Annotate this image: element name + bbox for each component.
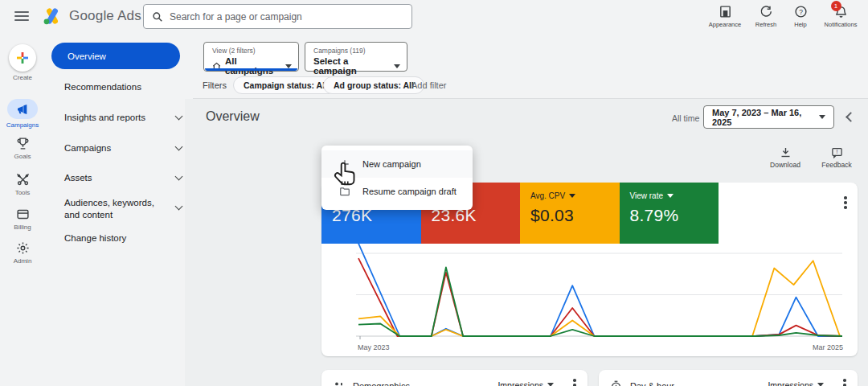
- home-icon: [212, 62, 221, 71]
- gear-icon: [16, 241, 30, 255]
- download-icon: [780, 146, 792, 158]
- rail-goals-button[interactable]: Goals: [0, 137, 45, 160]
- metric-caret-icon[interactable]: [667, 194, 674, 198]
- sidebar-item-overview[interactable]: Overview: [51, 43, 180, 69]
- plus-icon: [9, 44, 36, 72]
- sidebar-item-recommendations[interactable]: Recommendations: [64, 81, 182, 93]
- dropdown-caret-icon: [547, 383, 554, 386]
- day-hour-metric-selector[interactable]: Impressions: [768, 380, 824, 386]
- bell-icon: 1: [834, 5, 848, 18]
- trophy-icon: [16, 137, 30, 150]
- chevron-down-icon: [175, 203, 183, 211]
- metric-card-view-rate[interactable]: View rate 8.79%: [620, 183, 719, 244]
- feedback-icon: !: [831, 146, 843, 158]
- page-title: Overview: [206, 109, 260, 124]
- chart-menu-kebab-icon[interactable]: [844, 196, 847, 211]
- sidebar-item-audiences-keywords-content[interactable]: Audiences, keywords, and content: [64, 197, 182, 221]
- global-search[interactable]: [143, 4, 412, 29]
- refresh-button[interactable]: Refresh: [747, 5, 784, 28]
- day-hour-menu-kebab-icon[interactable]: [843, 379, 846, 386]
- search-icon: [152, 11, 163, 23]
- x-axis-start-label: May 2023: [358, 343, 390, 351]
- dropdown-caret-icon: [394, 64, 400, 68]
- help-icon: ?: [794, 5, 808, 18]
- chevron-down-icon: [175, 143, 183, 151]
- day-hour-card: Day & hour Impressions: [599, 370, 858, 386]
- svg-text:?: ?: [799, 8, 803, 16]
- sidebar-item-insights-and-reports[interactable]: Insights and reports: [64, 112, 182, 124]
- svg-text:!: !: [836, 149, 837, 154]
- google-ads-logo-icon: [42, 6, 63, 26]
- download-button[interactable]: Download: [765, 146, 805, 169]
- filter-chip-ad-group-status[interactable]: Ad group status: All: [323, 76, 424, 94]
- filters-label: Filters: [203, 80, 227, 90]
- metric-value: 8.79%: [630, 206, 719, 225]
- sidebar-item-change-history[interactable]: Change history: [64, 232, 182, 244]
- dropdown-caret-icon: [285, 64, 292, 68]
- view-selector[interactable]: View (2 filters) All campaigns: [203, 42, 299, 72]
- sidebar-item-campaigns[interactable]: Campaigns: [64, 142, 182, 154]
- feedback-button[interactable]: ! Feedback: [817, 146, 857, 169]
- card-icon: [16, 207, 30, 221]
- appearance-button[interactable]: Appearance: [702, 5, 747, 28]
- sidebar-item-assets[interactable]: Assets: [64, 172, 182, 184]
- campaign-selector[interactable]: Campaigns (119) Select a campaign: [305, 42, 407, 72]
- demographics-metric-selector[interactable]: Impressions: [497, 380, 554, 386]
- trend-line-chart: [356, 246, 842, 346]
- create-menu-popup: New campaign Resume campaign draft: [321, 146, 473, 210]
- tools-icon: [16, 173, 30, 187]
- rail-create-button[interactable]: Create: [0, 44, 45, 81]
- appearance-icon: [719, 5, 732, 18]
- all-time-label: All time: [672, 113, 699, 123]
- series-orange: [358, 261, 840, 336]
- series-red: [358, 258, 842, 336]
- dropdown-caret-icon: [817, 383, 824, 386]
- metric-card-avg-cpv[interactable]: Avg. CPV $0.03: [520, 183, 620, 244]
- menu-icon[interactable]: [14, 11, 29, 22]
- refresh-icon: [760, 5, 772, 18]
- google-ads-logo: Google Ads: [42, 6, 141, 26]
- rail-tools-button[interactable]: Tools: [0, 173, 45, 196]
- chevron-down-icon: [175, 113, 183, 121]
- clock-icon: [610, 380, 622, 386]
- search-input[interactable]: [170, 11, 403, 23]
- menu-item-resume-campaign-draft[interactable]: Resume campaign draft: [321, 178, 473, 205]
- megaphone-icon: [7, 99, 38, 119]
- demographics-card: Demographics Impressions: [321, 370, 588, 386]
- product-name: Google Ads: [69, 8, 141, 24]
- series-blue: [358, 244, 842, 336]
- metric-caret-icon[interactable]: [569, 194, 575, 198]
- plus-icon: [339, 158, 350, 170]
- rail-admin-button[interactable]: Admin: [0, 241, 45, 265]
- dropdown-caret-icon: [819, 115, 825, 119]
- folder-icon: [339, 186, 350, 197]
- add-filter-button[interactable]: Add filter: [411, 80, 446, 90]
- demographics-menu-kebab-icon[interactable]: [573, 379, 576, 386]
- metric-value: $0.03: [530, 206, 620, 225]
- demographics-icon: [333, 380, 345, 386]
- menu-item-new-campaign[interactable]: New campaign: [321, 150, 473, 178]
- notification-badge: 1: [831, 1, 841, 11]
- notifications-button[interactable]: 1 Notifications: [817, 5, 865, 28]
- chevron-down-icon: [175, 173, 183, 181]
- rail-billing-button[interactable]: Billing: [0, 207, 45, 231]
- date-range-picker[interactable]: May 7, 2023 – Mar 16, 2025: [703, 105, 834, 129]
- help-button[interactable]: ? Help: [784, 5, 817, 28]
- rail-campaigns-button[interactable]: Campaigns: [0, 99, 45, 129]
- x-axis-end-label: Mar 2025: [813, 343, 843, 351]
- filter-chip-campaign-status[interactable]: Campaign status: All: [233, 76, 338, 94]
- series-green: [358, 268, 842, 337]
